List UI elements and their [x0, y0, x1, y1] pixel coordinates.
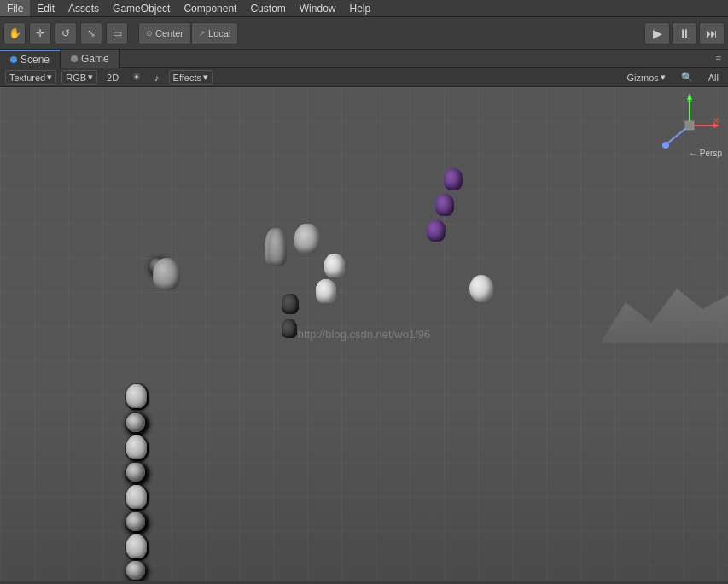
menu-edit[interactable]: Edit — [30, 0, 61, 16]
purple-head-18 — [427, 219, 446, 242]
tall-head-2 — [268, 228, 287, 266]
scene-objects — [0, 87, 728, 581]
purple-head-6 — [444, 168, 463, 190]
viewport[interactable]: http://blog.csdn.net/wo1f96 Y X ← Persp — [0, 87, 728, 581]
scale-tool-button[interactable]: ⤡ — [80, 22, 102, 44]
move-tool-button[interactable]: ✛ — [29, 22, 51, 44]
local-button[interactable]: ↗ Local — [191, 22, 238, 44]
search-icon[interactable]: 🔍 — [677, 71, 697, 84]
menu-help[interactable]: Help — [342, 0, 377, 16]
tab-game[interactable]: Game — [61, 50, 120, 68]
menu-window[interactable]: Window — [293, 0, 343, 16]
tab-scene[interactable]: Scene — [0, 50, 61, 68]
gizmos-area: Gizmos ▾ 🔍 All — [622, 71, 723, 84]
effects-label: Effects — [173, 73, 201, 83]
sil-h3-8 — [126, 485, 147, 509]
textured-dropdown[interactable]: Textured ▾ — [5, 70, 56, 85]
textured-arrow: ▾ — [47, 72, 52, 83]
sil-h2-8 — [126, 435, 147, 459]
center-head-main — [153, 258, 180, 290]
effects-arrow: ▾ — [203, 72, 208, 83]
rgb-label: RGB — [66, 73, 86, 83]
white-blob-1 — [469, 275, 493, 302]
tab-row: Scene Game ≡ — [0, 50, 728, 68]
sil-sp-8 — [126, 413, 145, 432]
menubar: File Edit Assets GameObject Component Cu… — [0, 0, 728, 17]
center-button[interactable]: ⊙ Center — [138, 22, 191, 44]
menu-assets[interactable]: Assets — [61, 0, 106, 16]
purple-head-13 — [435, 194, 454, 216]
sil-sp2-8 — [126, 463, 145, 482]
play-button[interactable]: ▶ — [644, 22, 670, 44]
rotate-tool-button[interactable]: ↺ — [55, 22, 77, 44]
sil-h4-8 — [126, 534, 147, 558]
sil-h-8 — [126, 384, 147, 408]
white-head-4 — [324, 254, 345, 277]
gray-head-lg-5 — [294, 224, 320, 254]
white-head-9 — [316, 279, 336, 303]
scene-tab-indicator — [10, 56, 17, 63]
dark-sm-head-20 — [282, 319, 297, 338]
step-button[interactable]: ⏭ — [699, 22, 725, 44]
rgb-dropdown[interactable]: RGB ▾ — [61, 70, 97, 85]
lighting-button[interactable]: ☀ — [128, 71, 145, 84]
scene-toolbar: Textured ▾ RGB ▾ 2D ☀ ♪ Effects ▾ Gizmos… — [0, 68, 728, 87]
effects-dropdown[interactable]: Effects ▾ — [169, 70, 213, 85]
game-tab-label: Game — [81, 53, 109, 65]
game-tab-indicator — [71, 55, 78, 62]
gizmos-button[interactable]: Gizmos ▾ — [622, 71, 669, 84]
rgb-arrow: ▾ — [88, 72, 93, 83]
sil-sp3-8 — [126, 512, 145, 531]
2d-button[interactable]: 2D — [102, 72, 123, 84]
menu-gameobject[interactable]: GameObject — [106, 0, 177, 16]
sil-sp4-5 — [126, 561, 145, 580]
menu-custom[interactable]: Custom — [243, 0, 292, 16]
dark-head-17 — [282, 294, 299, 314]
menu-file[interactable]: File — [0, 0, 30, 16]
toolbar: ✋ ✛ ↺ ⤡ ▭ ⊙ Center ↗ Local ▶ ⏸ ⏭ — [0, 17, 728, 50]
hand-tool-button[interactable]: ✋ — [3, 22, 26, 44]
tab-options-button[interactable]: ≡ — [708, 53, 728, 65]
scene-tab-label: Scene — [20, 54, 50, 66]
pivot-orientation-group: ⊙ Center ↗ Local — [138, 22, 238, 44]
textured-label: Textured — [9, 73, 45, 83]
background-mountains — [600, 275, 728, 343]
menu-component[interactable]: Component — [177, 0, 243, 16]
rect-tool-button[interactable]: ▭ — [106, 22, 128, 44]
play-controls: ▶ ⏸ ⏭ — [644, 22, 725, 44]
audio-button[interactable]: ♪ — [150, 72, 164, 84]
all-label[interactable]: All — [704, 72, 723, 84]
pause-button[interactable]: ⏸ — [672, 22, 697, 44]
